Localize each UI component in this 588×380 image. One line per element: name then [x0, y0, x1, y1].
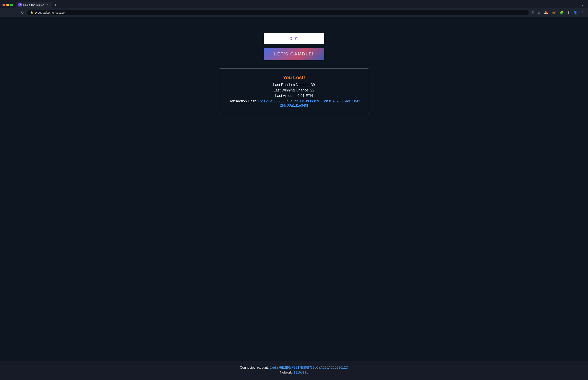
random-number-line: Last Random Number: 39 [227, 83, 361, 87]
address-bar[interactable]: 🔒 scout-stakes.vercel.app [27, 10, 529, 15]
refresh-button[interactable]: ↻ [20, 10, 25, 15]
extension-icon-2[interactable]: 🦋 [550, 10, 557, 15]
bookmark-icon[interactable]: ☆ [536, 10, 542, 15]
menu-icon[interactable]: ⋮ [580, 10, 586, 15]
amount-line: Last Amount: 0.01 ETH [227, 94, 361, 98]
lock-icon: 🔒 [30, 11, 33, 14]
network-label: Network: [280, 371, 293, 374]
tx-hash-row: Transaction Hash: 0x50d2e5662590b5a9d409… [227, 99, 361, 108]
extension-icon-1[interactable]: 🦊 [543, 10, 549, 15]
random-number-value: 39 [311, 83, 315, 87]
url-text: scout-stakes.vercel.app [35, 11, 526, 14]
close-button[interactable] [2, 4, 5, 6]
account-address-link[interactable]: 0xe8a75E2B0cFB317Bff0B732eCaA0E6AC20B201… [270, 366, 348, 369]
download-icon[interactable]: ⬇ [566, 10, 571, 15]
bet-amount-input[interactable] [264, 33, 324, 44]
random-number-label: Last Random Number: [273, 83, 310, 87]
tab-favicon: ⚑ [19, 3, 22, 6]
winning-chance-label: Last Winning Chance: [274, 88, 309, 92]
winning-chance-value: 22 [310, 88, 314, 92]
address-bar-row: ← → ↻ 🔒 scout-stakes.vercel.app ⎘ ☆ 🦊 🦋 … [0, 8, 588, 17]
cast-icon[interactable]: ⎘ [531, 10, 535, 15]
connected-account-line: Connected account: 0xe8a75E2B0cFB317Bff0… [4, 366, 584, 369]
amount-label: Last Amount: [275, 94, 296, 98]
forward-button[interactable]: → [11, 10, 18, 15]
profile-icon[interactable]: 👤 [572, 10, 579, 15]
connected-account-label: Connected account: [240, 366, 269, 369]
browser-chrome: ⚑ Scout The Stakes ✕ + ⌄ ← → ↻ 🔒 scout-s… [0, 0, 588, 17]
chevron-down-icon[interactable]: ⌄ [580, 2, 586, 7]
winning-chance-line: Last Winning Chance: 22 [227, 88, 361, 93]
network-line: Network: 11155111 [4, 371, 584, 374]
maximize-button[interactable] [10, 4, 13, 6]
toolbar-icons: ⎘ ☆ 🦊 🦋 🧩 ⬇ 👤 ⋮ [531, 10, 586, 15]
result-box: You Lost! Last Random Number: 39 Last Wi… [219, 68, 369, 114]
result-outcome: You Lost! [227, 75, 361, 80]
footer: Connected account: 0xe8a75E2B0cFB317Bff0… [0, 361, 588, 380]
network-id-link[interactable]: 11155111 [294, 371, 308, 374]
tab-bar-right: ⌄ [580, 2, 586, 7]
extensions-icon[interactable]: 🧩 [558, 10, 565, 15]
tab-close-button[interactable]: ✕ [46, 3, 49, 6]
tx-hash-label: Transaction Hash: [228, 99, 257, 103]
amount-value: 0.01 ETH [297, 94, 313, 98]
gamble-button[interactable]: LET'S GAMBLE! [264, 48, 324, 60]
tab-bar: ⚑ Scout The Stakes ✕ + ⌄ [0, 0, 588, 8]
minimize-button[interactable] [6, 4, 9, 6]
new-tab-button[interactable]: + [53, 2, 58, 7]
page-content: LET'S GAMBLE! You Lost! Last Random Numb… [0, 17, 588, 361]
window-controls [2, 4, 13, 6]
tx-hash-link[interactable]: 0x50d2e5662590b5a9d40949d9b0cd11bdf3c876… [258, 99, 360, 107]
back-button[interactable]: ← [2, 10, 9, 15]
active-tab[interactable]: ⚑ Scout The Stakes ✕ [16, 2, 52, 8]
tab-title: Scout The Stakes [23, 3, 44, 6]
